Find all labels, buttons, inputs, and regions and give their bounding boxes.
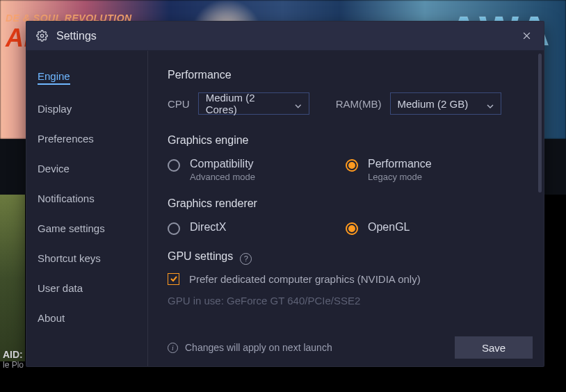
titlebar: Settings: [26, 22, 544, 51]
sidebar-item-device[interactable]: Device: [38, 163, 70, 174]
radio-performance-label: Performance: [368, 158, 432, 170]
cpu-select-value: Medium (2 Cores): [206, 92, 285, 115]
gpu-in-use-text: GPU in use: GeForce GT 640/PCIe/SSE2: [168, 295, 524, 307]
radio-icon: [168, 159, 180, 172]
footer-info: i Changes will apply on next launch: [168, 342, 332, 353]
prefer-dedicated-checkbox[interactable]: [168, 273, 179, 285]
info-icon: i: [168, 343, 178, 353]
settings-modal: Settings Engine Display Preferences Devi…: [26, 21, 544, 367]
radio-icon: [168, 222, 180, 235]
prefer-dedicated-label: Prefer dedicated computer graphics (NVID…: [189, 273, 421, 285]
cpu-select[interactable]: Medium (2 Cores): [198, 92, 309, 115]
gear-icon: [36, 30, 48, 42]
help-icon[interactable]: ?: [240, 253, 252, 265]
cpu-label: CPU: [168, 98, 190, 110]
radio-directx[interactable]: DirectX: [168, 221, 346, 235]
sidebar-item-preferences[interactable]: Preferences: [38, 133, 94, 145]
radio-directx-label: DirectX: [190, 221, 226, 234]
radio-icon: [346, 159, 358, 172]
radio-compatibility-label: Compatibility: [190, 158, 255, 170]
sidebar-item-engine[interactable]: Engine: [38, 70, 70, 85]
window-title: Settings: [56, 30, 97, 42]
sidebar-item-notifications[interactable]: Notifications: [38, 193, 95, 204]
footer-info-text: Changes will apply on next launch: [185, 342, 332, 353]
performance-heading: Performance: [168, 69, 524, 81]
radio-opengl-label: OpenGL: [368, 221, 410, 234]
chevron-down-icon: [295, 100, 302, 107]
sidebar-item-display[interactable]: Display: [38, 103, 72, 115]
gpu-settings-heading: GPU settings: [168, 250, 233, 263]
chevron-down-icon: [487, 100, 494, 107]
graphics-engine-heading: Graphics engine: [168, 134, 524, 147]
sidebar-item-shortcut-keys[interactable]: Shortcut keys: [38, 252, 101, 264]
radio-opengl[interactable]: OpenGL: [346, 221, 524, 235]
radio-icon: [346, 222, 358, 235]
sidebar-item-user-data[interactable]: User data: [38, 282, 83, 294]
scrollbar[interactable]: [538, 54, 542, 193]
ram-select[interactable]: Medium (2 GB): [390, 92, 501, 115]
save-button[interactable]: Save: [455, 336, 533, 359]
sidebar-item-about[interactable]: About: [38, 312, 65, 324]
graphics-renderer-heading: Graphics renderer: [168, 197, 524, 210]
radio-compatibility[interactable]: Compatibility Advanced mode: [168, 158, 346, 182]
sidebar-item-game-settings[interactable]: Game settings: [38, 222, 105, 234]
radio-compatibility-sub: Advanced mode: [190, 172, 255, 182]
radio-performance[interactable]: Performance Legacy mode: [346, 158, 524, 182]
svg-point-0: [40, 34, 43, 37]
sidebar: Engine Display Preferences Device Notifi…: [26, 51, 148, 366]
close-button[interactable]: [519, 28, 534, 44]
content-panel: Performance CPU Medium (2 Cores) RAM(MB)…: [148, 51, 544, 366]
radio-performance-sub: Legacy mode: [368, 172, 432, 182]
ram-select-value: Medium (2 GB): [398, 98, 469, 110]
ram-label: RAM(MB): [336, 98, 382, 110]
